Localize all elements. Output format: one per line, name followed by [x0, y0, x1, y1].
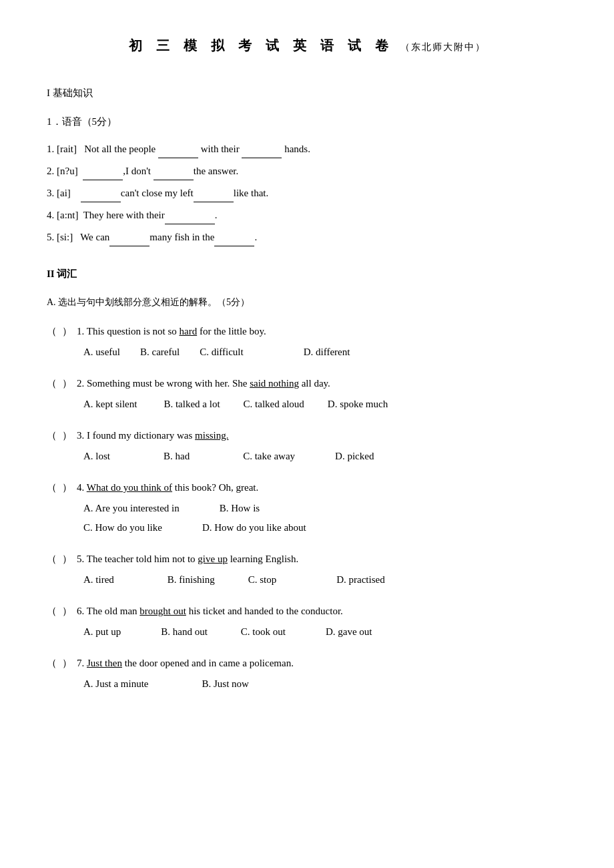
vocab-q5: （ ） 5. The teacher told him not to give …	[47, 550, 567, 589]
vocab-q4-options-row2: C. How do you like D. How do you like ab…	[83, 519, 567, 537]
vocab-q2-options: A. kept silent B. talked a lot C. talked…	[83, 395, 567, 413]
vocab-q1-options: A. useful B. careful C. difficult D. dif…	[83, 343, 567, 361]
vocab-q5-options: A. tired B. finishing C. stop D. practis…	[83, 571, 567, 589]
phonetics-q3: 3. [ai] can't close my leftlike that.	[47, 184, 567, 202]
vocab-q3: （ ） 3. I found my dictionary was missing…	[47, 427, 567, 465]
vocab-q7: （ ） 7. Just then the door opened and in …	[47, 654, 567, 693]
main-title: 初 三 模 拟 考 试 英 语 试 卷	[129, 38, 394, 53]
vocab-q4-options-row1: A. Are you interested in B. How is	[83, 499, 567, 517]
section-1-header: I 基础知识	[47, 84, 567, 102]
phonetics-q5: 5. [si:] We canmany fish in the.	[47, 228, 567, 246]
subtitle: （东北师大附中）	[400, 42, 486, 52]
section-vocab-header: II 词汇	[47, 265, 567, 283]
vocab-q4: （ ） 4. What do you think of this book? O…	[47, 479, 567, 537]
phonetics-q2: 2. [n?u] ,I don't the answer.	[47, 162, 567, 180]
vocab-q1: （ ） 1. This question is not so hard for …	[47, 322, 567, 361]
subsection-phonetics-header: 1．语音（5分）	[47, 113, 567, 131]
vocab-q2: （ ） 2. Something must be wrong with her.…	[47, 375, 567, 413]
phonetics-q4: 4. [a:nt] They here with their.	[47, 206, 567, 224]
phonetics-questions: 1. [rait] Not all the people with their …	[47, 140, 567, 246]
vocab-instruction: A. 选出与句中划线部分意义相近的解释。（5分）	[47, 294, 567, 310]
vocab-q6-options: A. put up B. hand out C. took out D. gav…	[83, 623, 567, 641]
vocab-q6: （ ） 6. The old man brought out his ticke…	[47, 602, 567, 641]
page-title: 初 三 模 拟 考 试 英 语 试 卷（东北师大附中）	[47, 33, 567, 57]
vocab-q7-options-row1: A. Just a minute B. Just now	[83, 675, 567, 693]
vocab-q3-options: A. lost B. had C. take away D. picked	[83, 447, 567, 465]
phonetics-q1: 1. [rait] Not all the people with their …	[47, 140, 567, 158]
